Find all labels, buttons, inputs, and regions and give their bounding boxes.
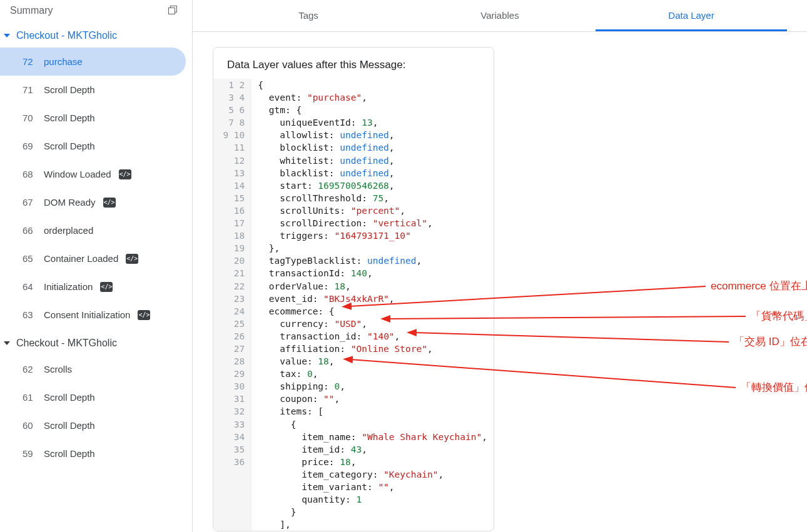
sidebar-event-item[interactable]: 60Scroll Depth [0,411,186,439]
event-label: Scroll Depth [44,392,95,403]
event-index: 64 [23,281,36,292]
code-badge-icon: </> [103,198,116,208]
annotation-txnid: 「交易 ID」位在 ecommerce 底下 [734,334,807,349]
sidebar-event-item[interactable]: 59Scroll Depth [0,439,186,468]
group-title: Checkout - MKTGholic [16,30,117,41]
group-title: Checkout - MKTGholic [16,338,117,349]
sidebar-group-header[interactable]: Checkout - MKTGholic [0,21,186,48]
annotation-currency: 「貨幣代碼」位在 ecommerce 底下 [751,309,807,323]
sidebar-event-item[interactable]: 68Window Loaded</> [0,160,186,188]
code-content: { event: "purchase", gtm: { uniqueEventI… [251,79,494,531]
event-label: Scroll Depth [44,84,95,95]
event-label: Scroll Depth [44,420,95,431]
main-panel: TagsVariablesData Layer Data Layer value… [193,0,807,532]
event-label: DOM Ready [44,197,96,208]
event-index: 71 [23,84,36,95]
annotation-ecommerce: ecommerce 位置在上層 [711,279,807,293]
tab-tags[interactable]: Tags [213,0,404,31]
sidebar-event-item[interactable]: 64Initialization</> [0,273,186,301]
event-index: 72 [23,56,36,67]
chevron-down-icon [4,341,10,345]
copy-icon [168,6,178,16]
sidebar-event-item[interactable]: 62Scrolls [0,355,186,383]
code-badge-icon: </> [119,169,131,179]
event-label: Scroll Depth [44,113,95,123]
data-layer-card: Data Layer values after this Message: 1 … [213,47,494,531]
event-label: purchase [44,56,83,67]
sidebar-event-item[interactable]: 69Scroll Depth [0,132,186,160]
summary-label: Summary [10,5,53,16]
event-index: 68 [23,169,36,179]
event-index: 65 [23,253,36,264]
sidebar-event-item[interactable]: 63Consent Initialization</> [0,301,186,329]
line-gutter: 1 2 3 4 5 6 7 8 9 10 11 12 13 14 15 16 1… [213,79,251,531]
event-label: Scrolls [44,364,72,374]
card-title: Data Layer values after this Message: [213,48,494,79]
event-label: Initialization [44,281,93,292]
code-block: 1 2 3 4 5 6 7 8 9 10 11 12 13 14 15 16 1… [213,79,494,531]
sidebar-event-item[interactable]: 72purchase [0,48,186,76]
sidebar-event-item[interactable]: 67DOM Ready</> [0,188,186,216]
sidebar-event-item[interactable]: 70Scroll Depth [0,104,186,132]
tab-variables[interactable]: Variables [404,0,596,31]
tabs: TagsVariablesData Layer [193,0,807,32]
sidebar-event-item[interactable]: 65Container Loaded</> [0,244,186,273]
sidebar-summary[interactable]: Summary [0,0,186,21]
sidebar: Summary Checkout - MKTGholic72purchase71… [0,0,193,532]
chevron-down-icon [4,34,10,38]
event-label: Consent Initialization [44,309,130,320]
code-badge-icon: </> [100,282,113,292]
sidebar-event-item[interactable]: 71Scroll Depth [0,76,186,104]
code-badge-icon: </> [126,254,138,264]
event-index: 62 [23,364,36,374]
event-label: Scroll Depth [44,141,95,151]
event-index: 59 [23,448,36,459]
event-label: Window Loaded [44,169,111,179]
annotation-value: 「轉換價值」位在 ecommerce 底下 [741,380,807,394]
event-label: Scroll Depth [44,448,95,459]
event-index: 67 [23,197,36,208]
code-badge-icon: </> [138,310,150,320]
event-index: 60 [23,420,36,431]
sidebar-event-item[interactable]: 61Scroll Depth [0,383,186,411]
sidebar-event-item[interactable]: 66orderplaced [0,216,186,244]
event-index: 63 [23,309,36,320]
event-index: 69 [23,141,36,151]
sidebar-group-header[interactable]: Checkout - MKTGholic [0,329,186,355]
event-index: 66 [23,225,36,236]
tab-data-layer[interactable]: Data Layer [596,0,787,31]
event-label: Container Loaded [44,253,118,264]
event-index: 61 [23,392,36,403]
event-label: orderplaced [44,225,93,236]
event-index: 70 [23,113,36,123]
